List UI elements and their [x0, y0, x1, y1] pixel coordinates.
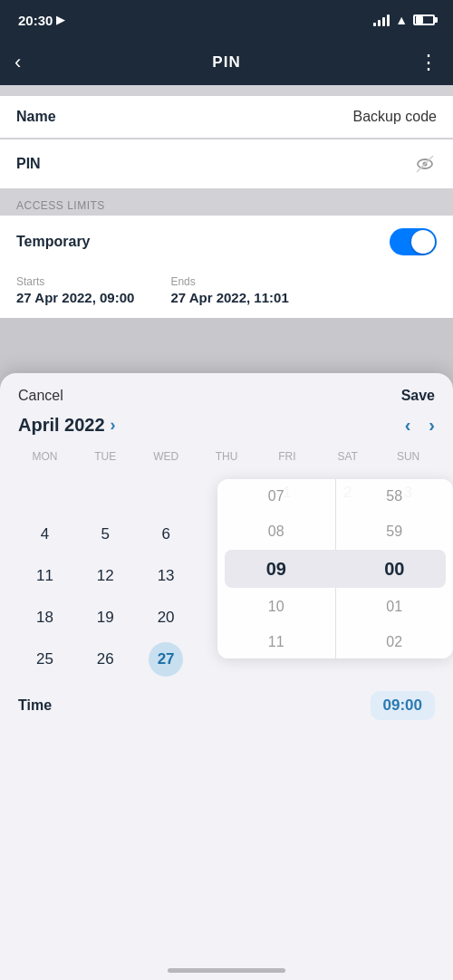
save-button[interactable]: Save [401, 388, 435, 404]
cancel-button[interactable]: Cancel [18, 388, 63, 404]
table-row[interactable]: 26 [75, 639, 136, 680]
next-month-button[interactable]: › [429, 415, 435, 436]
starts-block: Starts 27 Apr 2022, 09:00 [16, 275, 134, 305]
day-header-wed: WED [136, 447, 197, 466]
minute-item[interactable]: 02 [336, 624, 454, 658]
day-header-fri: FRI [256, 447, 317, 466]
table-row[interactable]: 5 [75, 514, 136, 555]
cal-day-empty [136, 472, 197, 514]
calendar-grid: MON TUE WED THU FRI SAT SUN 1 2 3 4 5 6 [0, 447, 453, 680]
minute-item-selected[interactable]: 00 [336, 549, 454, 589]
table-row[interactable]: 6 [136, 514, 197, 555]
popup-actions: Cancel Save [0, 388, 453, 415]
minute-item[interactable]: 59 [336, 514, 454, 549]
minutes-column[interactable]: 58 59 00 01 02 [336, 479, 454, 658]
name-label: Name [16, 109, 56, 125]
table-row[interactable]: 18 [14, 597, 75, 639]
battery-icon [413, 14, 435, 25]
day-header-mon: MON [14, 447, 75, 466]
temporary-label: Temporary [16, 234, 91, 250]
month-title: April 2022 › [18, 415, 116, 436]
nav-arrows: ‹ › [405, 415, 435, 436]
ends-block: Ends 27 Apr 2022, 11:01 [170, 275, 288, 305]
month-navigation: April 2022 › ‹ › [0, 415, 453, 447]
ends-value: 27 Apr 2022, 11:01 [170, 290, 288, 305]
table-row[interactable]: 4 [14, 514, 75, 555]
home-indicator [168, 968, 285, 973]
time-value[interactable]: 09:00 [371, 691, 435, 720]
wifi-icon: ▲ [395, 13, 408, 27]
table-row[interactable]: 11 [14, 555, 75, 597]
table-row[interactable]: 27 [136, 639, 197, 680]
table-row[interactable]: 19 [75, 597, 136, 639]
hours-column[interactable]: 07 08 09 10 11 [217, 479, 335, 658]
svg-line-2 [417, 156, 433, 172]
day-header-thu: THU [197, 447, 257, 466]
table-row[interactable]: 25 [14, 639, 75, 680]
temporary-section: Temporary [0, 216, 453, 268]
more-options-button[interactable]: ⋮ [406, 51, 439, 74]
time-row: Time 09:00 [0, 680, 453, 731]
time-columns: 07 08 09 10 11 58 59 00 01 02 [217, 479, 453, 658]
minute-item[interactable]: 01 [336, 589, 454, 624]
calendar-popup: Cancel Save April 2022 › ‹ › MON TUE WED… [0, 373, 453, 980]
hour-item[interactable]: 10 [217, 589, 335, 624]
starts-value: 27 Apr 2022, 09:00 [16, 290, 134, 305]
eye-icon[interactable] [413, 152, 437, 176]
page-title: PIN [212, 53, 240, 72]
hour-item[interactable]: 11 [217, 624, 335, 658]
back-button[interactable]: ‹ [14, 51, 47, 74]
time-display: 20:30 [18, 13, 53, 28]
time-picker-overlay[interactable]: 07 08 09 10 11 58 59 00 01 02 [217, 479, 453, 658]
minute-item[interactable]: 58 [336, 479, 454, 514]
pin-section: PIN [0, 139, 453, 188]
status-left: 20:30 ▶ [18, 13, 64, 28]
day-header-sat: SAT [317, 447, 378, 466]
access-limits-header: ACCESS LIMITS [0, 190, 453, 216]
table-row[interactable]: 13 [136, 555, 197, 597]
month-dropdown-icon[interactable]: › [111, 416, 116, 435]
status-bar: 20:30 ▶ ▲ [0, 0, 453, 40]
hour-item[interactable]: 07 [217, 479, 335, 514]
name-value: Backup code [352, 109, 437, 125]
name-section: Name Backup code [0, 96, 453, 138]
form-area: Name Backup code PIN ACCESS LIMITS Tempo… [0, 85, 453, 318]
navigation-header: ‹ PIN ⋮ [0, 40, 453, 85]
prev-month-button[interactable]: ‹ [405, 415, 411, 436]
table-row[interactable]: 20 [136, 597, 197, 639]
signal-icon [373, 14, 390, 26]
hour-item-selected[interactable]: 09 [217, 549, 335, 589]
table-row[interactable]: 12 [75, 555, 136, 597]
day-header-sun: SUN [378, 447, 439, 466]
day-header-tue: TUE [75, 447, 136, 466]
hour-item[interactable]: 08 [217, 514, 335, 549]
temporary-toggle[interactable] [390, 228, 437, 255]
dates-section: Starts 27 Apr 2022, 09:00 Ends 27 Apr 20… [0, 268, 453, 318]
cal-day-empty [75, 472, 136, 514]
cal-day-empty [14, 472, 75, 514]
starts-label: Starts [16, 275, 134, 288]
status-right: ▲ [373, 13, 435, 27]
day-headers: MON TUE WED THU FRI SAT SUN [14, 447, 439, 466]
ends-label: Ends [170, 275, 288, 288]
time-label: Time [18, 697, 52, 714]
location-icon: ▶ [56, 14, 64, 26]
pin-label: PIN [16, 156, 41, 172]
